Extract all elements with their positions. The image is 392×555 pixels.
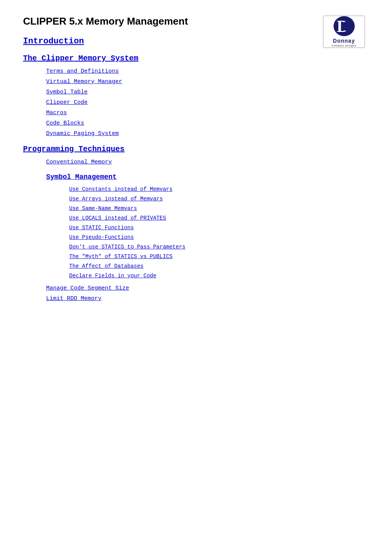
toc-link-symbol-management[interactable]: Symbol Management (46, 173, 369, 181)
toc-link-use-static[interactable]: Use STATIC Functions (69, 225, 369, 231)
logo-circle: D (334, 16, 355, 36)
toc-link-use-constants[interactable]: Use Constants instead of Memvars (69, 186, 369, 192)
toc-link-use-locals[interactable]: Use LOCALS instead of PRIVATES (69, 215, 369, 221)
logo-company-name: Donnay (333, 38, 355, 44)
svg-point-1 (342, 22, 349, 31)
toc-link-dynamic-paging-system[interactable]: Dynamic Paging System (46, 130, 369, 137)
toc-link-declare-fields[interactable]: Declare Fields in your Code (69, 273, 369, 279)
toc-link-clipper-memory-system[interactable]: The Clipper Memory System (23, 54, 369, 63)
toc-link-affect-databases[interactable]: The Affect of Databases (69, 263, 369, 269)
page-title: CLIPPER 5.x Memory Management (23, 15, 369, 27)
toc-link-terms-definitions[interactable]: Terms and Definitions (46, 68, 369, 75)
toc-link-introduction[interactable]: Introduction (23, 37, 369, 46)
toc-link-conventional-memory[interactable]: Conventional Memory (46, 159, 369, 165)
toc-link-symbol-table[interactable]: Symbol Table (46, 89, 369, 95)
logo-container: D Donnay software designs (323, 15, 369, 50)
toc-link-code-blocks[interactable]: Code Blocks (46, 120, 369, 127)
toc-link-use-same-name[interactable]: Use Same-Name Memvars (69, 205, 369, 212)
toc-link-dont-use-statics[interactable]: Don't use STATICS to Pass Parameters (69, 244, 369, 250)
page-container: D Donnay software designs CLIPPER 5.x Me… (23, 15, 369, 302)
logo-svg: D (334, 17, 354, 36)
logo-box: D Donnay software designs (323, 15, 365, 48)
toc-link-clipper-code[interactable]: Clipper Code (46, 99, 369, 106)
toc-link-manage-code-segment[interactable]: Manage Code Segment Size (46, 285, 369, 292)
toc-link-macros[interactable]: Macros (46, 110, 369, 116)
toc-link-use-pseudo[interactable]: Use Pseudo-Functions (69, 234, 369, 240)
logo-tagline: software designs (332, 44, 357, 47)
toc-link-programming-techniques[interactable]: Programming Techniques (23, 145, 369, 153)
toc-link-use-arrays[interactable]: Use Arrays instead of Memvars (69, 196, 369, 202)
toc-link-myth-statics[interactable]: The "Myth" of STATICS vs PUBLICS (69, 253, 369, 260)
toc-link-virtual-memory-manager[interactable]: Virtual Memory Manager (46, 78, 369, 85)
toc-link-limit-rdd-memory[interactable]: Limit RDD Memory (46, 295, 369, 302)
